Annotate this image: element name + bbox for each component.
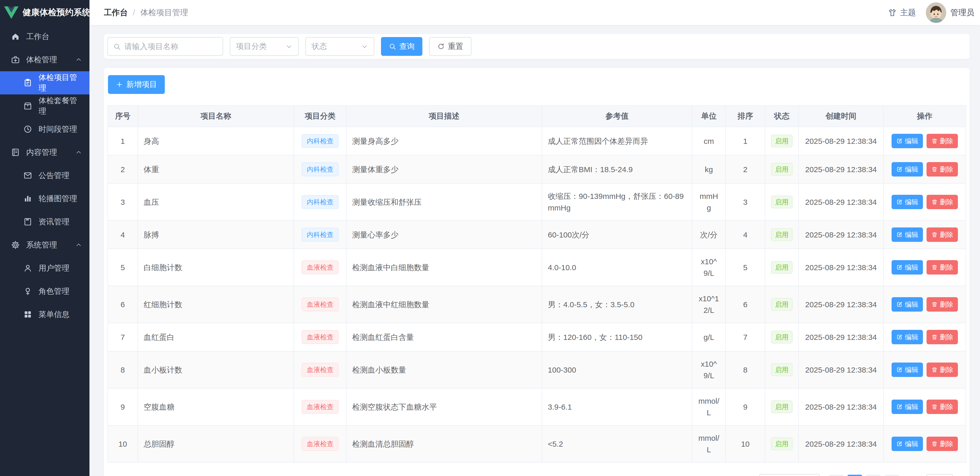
page-button-1[interactable]: 1 — [847, 475, 862, 476]
edit-button[interactable]: 编辑 — [892, 162, 923, 177]
edit-button[interactable]: 编辑 — [892, 227, 923, 242]
breadcrumb-root[interactable]: 工作台 — [104, 7, 128, 18]
sidebar-item-user-management[interactable]: 用户管理 — [0, 257, 89, 280]
delete-button[interactable]: 删除 — [926, 227, 958, 242]
sidebar-item-news-management[interactable]: 资讯管理 — [0, 210, 89, 233]
sidebar: 健康体检预约系统 工作台体检管理体检项目管理体检套餐管理时间段管理内容管理公告管… — [0, 0, 89, 476]
sidebar-item-carousel-management[interactable]: 轮播图管理 — [0, 187, 89, 210]
status-cell: 启用 — [765, 184, 799, 220]
row-index: 7 — [108, 323, 138, 351]
delete-button-label: 删除 — [940, 198, 953, 207]
row-index: 1 — [108, 127, 138, 155]
delete-button-label: 删除 — [940, 165, 953, 174]
delete-button[interactable]: 删除 — [926, 134, 958, 148]
actions-cell: 编辑删除 — [884, 127, 966, 155]
delete-button[interactable]: 删除 — [926, 162, 958, 177]
edit-button-label: 编辑 — [905, 263, 918, 272]
created-time: 2025-08-29 12:38:34 — [799, 286, 883, 323]
edit-button[interactable]: 编辑 — [892, 399, 923, 414]
edit-icon — [896, 441, 903, 447]
breadcrumb: 工作台 / 体检项目管理 — [104, 7, 188, 18]
status-cell: 启用 — [765, 249, 799, 286]
edit-button[interactable]: 编辑 — [892, 134, 923, 148]
sidebar-item-time-slot-management[interactable]: 时间段管理 — [0, 118, 89, 141]
theme-toggle[interactable]: 主题 — [888, 7, 916, 18]
edit-button[interactable]: 编辑 — [892, 363, 923, 377]
sidebar-item-menu-info[interactable]: 菜单信息 — [0, 303, 89, 326]
reset-button[interactable]: 重置 — [429, 37, 471, 56]
created-time: 2025-08-29 12:38:34 — [799, 249, 883, 286]
medkit-icon — [11, 55, 20, 64]
item-description: 检测空腹状态下血糖水平 — [346, 388, 542, 425]
category-select-placeholder: 项目分类 — [236, 41, 267, 52]
delete-button[interactable]: 删除 — [926, 399, 958, 414]
sidebar-item-label: 公告管理 — [38, 170, 69, 181]
actions-cell: 编辑删除 — [884, 425, 966, 462]
edit-button[interactable]: 编辑 — [892, 195, 923, 209]
sidebar-item-label: 工作台 — [26, 31, 49, 42]
delete-button[interactable]: 删除 — [926, 297, 958, 311]
goto-page-input[interactable] — [926, 474, 953, 476]
edit-button[interactable]: 编辑 — [892, 297, 923, 311]
topbar-right: 主题 管理员 — [888, 2, 974, 23]
sidebar-item-label: 资讯管理 — [38, 217, 69, 227]
delete-button[interactable]: 删除 — [926, 195, 958, 209]
theme-label: 主题 — [900, 7, 916, 18]
category-select[interactable]: 项目分类 — [230, 37, 299, 56]
created-time: 2025-08-29 12:38:34 — [799, 220, 883, 249]
sidebar-item-workbench[interactable]: 工作台 — [0, 25, 89, 48]
edit-button[interactable]: 编辑 — [892, 437, 923, 451]
sidebar-item-role-management[interactable]: 角色管理 — [0, 280, 89, 303]
page-button-2[interactable]: 2 — [866, 475, 881, 476]
status-badge: 启用 — [771, 438, 792, 450]
category-tag: 血液检查 — [302, 400, 339, 414]
sidebar-menu: 工作台体检管理体检项目管理体检套餐管理时间段管理内容管理公告管理轮播图管理资讯管… — [0, 25, 89, 476]
avatar[interactable] — [926, 2, 946, 23]
sidebar-item-announcement-management[interactable]: 公告管理 — [0, 164, 89, 187]
sidebar-item-label: 轮播图管理 — [38, 193, 77, 204]
item-unit: cm — [692, 127, 725, 155]
sidebar-item-exam-item-management[interactable]: 体检项目管理 — [0, 71, 89, 94]
status-cell: 启用 — [765, 155, 799, 184]
reset-button-label: 重置 — [448, 41, 463, 52]
notebook-icon — [23, 217, 32, 227]
reference-value: 3.9-6.1 — [542, 388, 692, 425]
search-input[interactable] — [124, 42, 218, 51]
search-button[interactable]: 查询 — [381, 37, 422, 56]
add-item-button-label: 新增项目 — [126, 79, 157, 90]
reference-value: 100-300 — [542, 351, 692, 388]
edit-icon — [896, 231, 903, 238]
page-size-select[interactable]: 10条/页 — [759, 474, 820, 476]
user-icon — [23, 264, 32, 273]
delete-button[interactable]: 删除 — [926, 260, 958, 275]
add-item-button[interactable]: 新增项目 — [108, 75, 165, 94]
status-cell: 启用 — [765, 351, 799, 388]
edit-button[interactable]: 编辑 — [892, 330, 923, 344]
edit-button-label: 编辑 — [905, 300, 918, 309]
project-name-search-field[interactable] — [107, 37, 223, 56]
actions-cell: 编辑删除 — [884, 286, 966, 323]
filter-card: 项目分类 状态 查询 重置 — [104, 34, 970, 59]
sidebar-item-exam-package-management[interactable]: 体检套餐管理 — [0, 94, 89, 118]
prev-page-button[interactable] — [829, 475, 844, 476]
sidebar-item-exam-management[interactable]: 体检管理 — [0, 48, 89, 71]
chevron-up-icon — [75, 241, 82, 249]
delete-button[interactable]: 删除 — [926, 437, 958, 451]
status-select[interactable]: 状态 — [305, 37, 374, 56]
next-page-button[interactable] — [885, 475, 899, 476]
category-tag: 血液检查 — [302, 363, 339, 377]
delete-button[interactable]: 删除 — [926, 330, 958, 344]
role-icon — [23, 287, 32, 296]
table-row: 6红细胞计数血液检查检测血液中红细胞数量男：4.0-5.5，女：3.5-5.0x… — [108, 286, 966, 323]
column-header: 项目分类 — [294, 105, 346, 127]
sidebar-item-system-management[interactable]: 系统管理 — [0, 233, 89, 257]
delete-button[interactable]: 删除 — [926, 363, 958, 377]
sidebar-item-label: 系统管理 — [26, 240, 57, 250]
sidebar-item-content-management[interactable]: 内容管理 — [0, 141, 89, 164]
table-row: 1身高内科检查测量身高多少成人正常范围因个体差异而异cm1启用2025-08-2… — [108, 127, 966, 155]
app-title: 健康体检预约系统 — [22, 7, 91, 18]
created-time: 2025-08-29 12:38:34 — [799, 323, 883, 351]
category-tag: 血液检查 — [302, 260, 339, 274]
edit-button[interactable]: 编辑 — [892, 260, 923, 275]
created-time: 2025-08-29 12:38:34 — [799, 388, 883, 425]
